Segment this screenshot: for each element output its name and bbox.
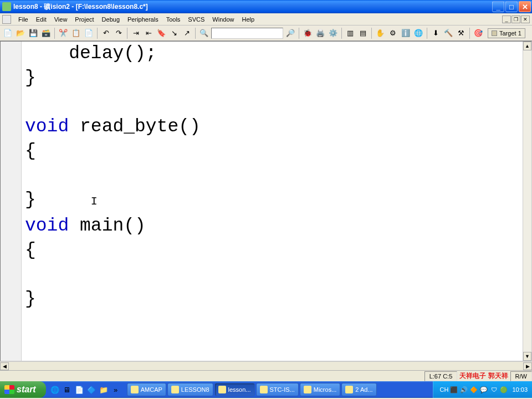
options-button[interactable]: ⚙️ <box>328 28 339 39</box>
start-label: start <box>17 385 36 395</box>
maximize-button[interactable]: □ <box>505 1 518 12</box>
editor-tabstrip[interactable] <box>9 362 20 370</box>
mdi-minimize-button[interactable]: _ <box>502 16 511 23</box>
hand-icon[interactable]: ✋ <box>375 28 386 39</box>
task-button-adobe[interactable]: 2 Ad... <box>341 383 376 396</box>
copy-button[interactable]: 📋 <box>70 28 81 39</box>
ql-app-icon[interactable]: 🔷 <box>86 383 97 396</box>
scroll-right-button[interactable]: ▶ <box>523 362 532 370</box>
menu-peripherals[interactable]: Peripherals <box>124 15 162 24</box>
editor-gutter <box>1 42 22 361</box>
bookmark-button[interactable]: 🔖 <box>156 28 167 39</box>
ql-chevron-icon[interactable]: » <box>110 383 121 396</box>
app-icon <box>2 2 11 11</box>
find-button[interactable]: 🔍 <box>198 28 209 39</box>
taskbar-tasks: AMCAP LESSON8 lesson... STC-IS... Micros… <box>125 383 433 396</box>
task-button-amcap[interactable]: AMCAP <box>127 383 166 396</box>
save-all-button[interactable]: 🗃️ <box>40 28 52 39</box>
task-button-lesson8-folder[interactable]: LESSON8 <box>167 383 213 396</box>
window-titlebar: lesson8 - 礦ision2 - [F:\lesson8\lesson8.… <box>0 0 532 13</box>
menu-edit[interactable]: Edit <box>32 15 50 24</box>
menu-file[interactable]: File <box>14 15 32 24</box>
toolbar-separator <box>97 28 98 39</box>
minimize-button[interactable]: _ <box>492 1 504 12</box>
task-icon <box>131 386 139 393</box>
mdi-doc-icon[interactable] <box>2 15 11 24</box>
code-editor[interactable]: delay(); } void read_byte() { } I void m… <box>22 42 523 361</box>
toolbar-separator <box>299 28 299 39</box>
mdi-buttons: _ ❐ ✕ <box>502 16 530 23</box>
new-file-button[interactable]: 📄 <box>2 28 13 39</box>
task-label: STC-IS... <box>270 386 295 393</box>
config-button[interactable]: ⚙ <box>387 28 398 39</box>
menu-window[interactable]: Window <box>208 15 238 24</box>
target-options-button[interactable]: 🎯 <box>473 28 484 39</box>
toolbar-separator <box>54 28 55 39</box>
tray-icon[interactable]: 🔶 <box>470 386 478 393</box>
scroll-left-button[interactable]: ◀ <box>0 362 9 370</box>
find-in-files-button[interactable]: 🔎 <box>285 28 296 39</box>
menu-project[interactable]: Project <box>71 15 98 24</box>
menu-help[interactable]: Help <box>238 15 258 24</box>
build-all-button[interactable]: ⚒ <box>456 28 467 39</box>
tray-icon[interactable]: 💬 <box>480 386 488 393</box>
close-button[interactable]: ✕ <box>519 1 531 12</box>
task-icon <box>218 386 226 393</box>
task-button-micros[interactable]: Micros... <box>300 383 341 396</box>
rebuild-button[interactable]: 🔨 <box>443 28 454 39</box>
ql-app-icon[interactable]: 📄 <box>74 383 85 396</box>
paste-button[interactable]: 📄 <box>83 28 94 39</box>
text-cursor: I <box>91 195 98 208</box>
code-text: { <box>25 240 36 260</box>
scroll-down-button[interactable]: ▼ <box>523 352 531 361</box>
menu-tools[interactable]: Tools <box>162 15 185 24</box>
toolbar-separator <box>341 28 342 39</box>
tray-icon[interactable]: 🛡 <box>490 386 498 393</box>
indent-button[interactable]: ⇥ <box>130 28 141 39</box>
mdi-close-button[interactable]: ✕ <box>521 16 530 23</box>
ql-desktop-icon[interactable]: 🖥 <box>62 383 73 396</box>
ql-app-icon[interactable]: 📁 <box>98 383 109 396</box>
menu-view[interactable]: View <box>50 15 71 24</box>
tray-icon[interactable]: 🟢 <box>500 386 508 393</box>
task-icon <box>260 386 268 393</box>
task-button-stc-isp[interactable]: STC-IS... <box>256 383 299 396</box>
undo-button[interactable]: ↶ <box>100 28 111 39</box>
debug-button[interactable]: 🐞 <box>302 28 313 39</box>
code-keyword: void <box>25 216 69 236</box>
scroll-track[interactable] <box>523 50 531 352</box>
task-label: lesson... <box>228 386 251 393</box>
outdent-button[interactable]: ⇤ <box>143 28 154 39</box>
code-text: } <box>25 68 36 88</box>
find-combo[interactable] <box>211 28 283 39</box>
save-button[interactable]: 💾 <box>28 28 39 39</box>
redo-button[interactable]: ↷ <box>113 28 124 39</box>
cut-button[interactable]: ✂️ <box>58 28 69 39</box>
ql-ie-icon[interactable]: 🌐 <box>49 383 60 396</box>
menu-svcs[interactable]: SVCS <box>184 15 208 24</box>
target-selector[interactable]: Target 1 <box>488 28 525 38</box>
horizontal-scrollbar[interactable]: ◀ ▶ <box>0 361 532 370</box>
toolbar-separator <box>371 28 372 39</box>
build-button[interactable]: ⬇ <box>430 28 441 39</box>
code-text: { <box>25 141 36 161</box>
task-button-lesson-ide[interactable]: lesson... <box>214 383 255 396</box>
bookmark-next-button[interactable]: ↘ <box>168 28 180 39</box>
open-file-button[interactable]: 📂 <box>15 28 26 39</box>
mdi-restore-button[interactable]: ❐ <box>511 16 520 23</box>
window-output-button[interactable]: ▤ <box>357 28 369 39</box>
start-button[interactable]: start <box>0 381 46 398</box>
tray-volume-icon[interactable]: 🔊 <box>460 386 468 393</box>
info-button[interactable]: ℹ️ <box>400 28 411 39</box>
vertical-scrollbar[interactable]: ▲ ▼ <box>523 42 531 361</box>
scroll-up-button[interactable]: ▲ <box>523 42 531 50</box>
menu-debug[interactable]: Debug <box>98 15 124 24</box>
window-project-button[interactable]: ▥ <box>345 28 356 39</box>
code-text <box>25 43 69 64</box>
print-button[interactable]: 🖨️ <box>315 28 326 39</box>
bookmark-prev-button[interactable]: ↗ <box>181 28 192 39</box>
globe-icon[interactable]: 🌐 <box>413 28 424 39</box>
tray-icon[interactable]: ⬛ <box>450 386 458 393</box>
tray-clock[interactable]: 10:03 <box>512 386 528 393</box>
tray-lang-icon[interactable]: CH <box>440 386 448 393</box>
